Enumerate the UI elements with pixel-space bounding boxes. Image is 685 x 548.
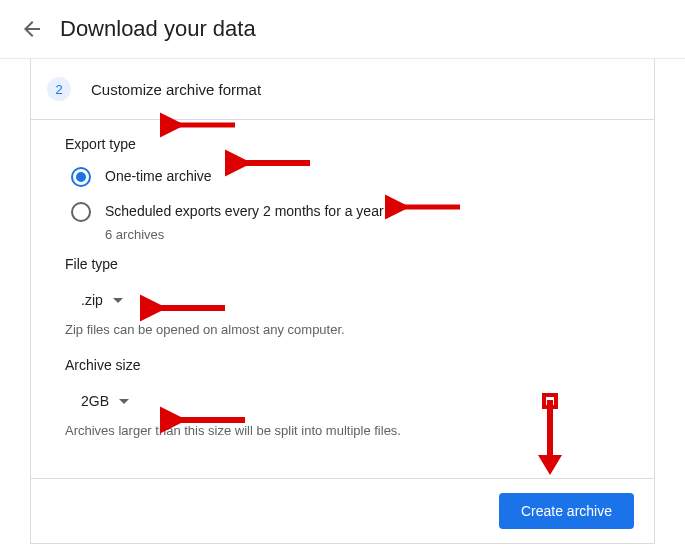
radio-sublabel: 6 archives: [105, 227, 384, 242]
chevron-down-icon: [113, 298, 123, 303]
radio-option-scheduled[interactable]: Scheduled exports every 2 months for a y…: [65, 201, 620, 242]
step-header: 2 Customize archive format: [30, 59, 655, 120]
radio-icon: [71, 167, 91, 187]
dropdown-value: 2GB: [81, 393, 109, 409]
content: 2 Customize archive format Export type O…: [0, 59, 685, 544]
back-button[interactable]: [20, 17, 44, 41]
file-type-heading: File type: [65, 256, 620, 272]
step-title: Customize archive format: [91, 81, 261, 98]
radio-label: Scheduled exports every 2 months for a y…: [105, 201, 384, 221]
page-header: Download your data: [0, 0, 685, 59]
step-number-badge: 2: [47, 77, 71, 101]
form-body: Export type One-time archive Scheduled e…: [30, 120, 655, 478]
dropdown-value: .zip: [81, 292, 103, 308]
chevron-down-icon: [119, 399, 129, 404]
archive-size-helper: Archives larger than this size will be s…: [65, 423, 620, 438]
page-title: Download your data: [60, 16, 256, 42]
arrow-left-icon: [20, 17, 44, 41]
radio-icon: [71, 202, 91, 222]
radio-option-onetime[interactable]: One-time archive: [65, 166, 620, 187]
archive-size-heading: Archive size: [65, 357, 620, 373]
footer-actions: Create archive: [30, 478, 655, 544]
radio-label: One-time archive: [105, 166, 212, 186]
create-archive-button[interactable]: Create archive: [499, 493, 634, 529]
file-type-dropdown[interactable]: .zip: [71, 286, 133, 314]
export-type-heading: Export type: [65, 136, 620, 152]
file-type-helper: Zip files can be opened on almost any co…: [65, 322, 620, 337]
archive-size-dropdown[interactable]: 2GB: [71, 387, 139, 415]
